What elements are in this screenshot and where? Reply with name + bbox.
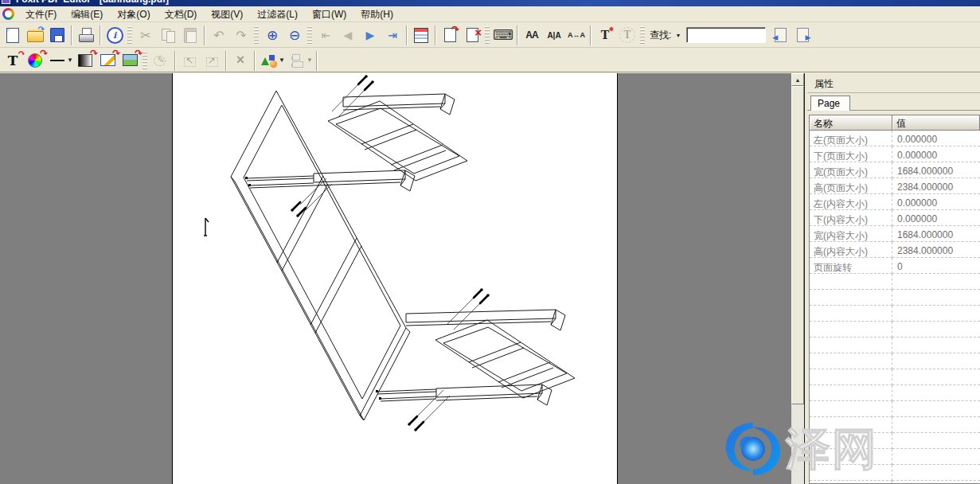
page-thumbnails-button[interactable] — [410, 25, 432, 46]
last-page-button[interactable]: ⇥ — [381, 25, 404, 46]
property-value[interactable]: 0.000000 — [892, 131, 980, 146]
delete-page-button[interactable] — [461, 25, 483, 46]
paste-button[interactable] — [179, 25, 201, 46]
insert-page-button[interactable] — [439, 25, 461, 46]
find-input[interactable] — [686, 27, 766, 43]
property-value[interactable]: 0.000000 — [892, 210, 980, 226]
copy-button[interactable] — [157, 25, 179, 46]
toolbar-separator — [316, 51, 318, 71]
menu-help[interactable]: 帮助(H) — [353, 7, 400, 22]
align-objects-dropdown[interactable]: ▼ — [306, 51, 314, 70]
column-header-value[interactable]: 值 — [892, 115, 980, 131]
property-name: 下(内容大小) — [810, 210, 892, 226]
delete-object-button[interactable]: × — [229, 49, 252, 71]
edit-image-object-button[interactable] — [96, 49, 119, 71]
property-row-empty — [810, 385, 980, 401]
column-header-name[interactable]: 名称 — [810, 115, 892, 131]
menu-object[interactable]: 对象(O) — [110, 7, 157, 22]
virtual-keyboard-button[interactable]: ⌨ — [492, 25, 514, 46]
last-page-icon: ⇥ — [383, 25, 402, 45]
tab-page[interactable]: Page — [810, 96, 850, 111]
document-info-button[interactable] — [103, 25, 126, 46]
menu-document[interactable]: 文档(D) — [158, 7, 205, 22]
previous-page-button[interactable]: ◀ — [337, 25, 359, 46]
rotate-object-left-button[interactable]: ↖ — [178, 49, 201, 71]
font-kerning-button[interactable]: A|A — [543, 25, 565, 46]
insert-text-button[interactable]: T — [594, 25, 616, 46]
property-value[interactable]: 0 — [892, 258, 980, 274]
add-image-object-icon — [120, 51, 139, 70]
toolbar-grip[interactable] — [254, 26, 259, 45]
property-value[interactable]: 2384.000000 — [892, 178, 980, 194]
edit-object-button[interactable]: ✎ — [150, 49, 172, 71]
property-row: 页面旋转0 — [810, 258, 980, 274]
align-objects-button[interactable] — [286, 49, 308, 71]
find-next-button[interactable] — [791, 25, 814, 46]
property-value[interactable]: 1684.000000 — [892, 226, 980, 242]
menu-edit[interactable]: 编辑(E) — [64, 7, 110, 22]
font-style-button[interactable]: AA — [521, 25, 543, 46]
redo-button[interactable]: ↷ — [230, 25, 252, 46]
open-file-button[interactable] — [24, 25, 46, 46]
property-value[interactable]: 1684.000000 — [892, 162, 980, 178]
add-shading-object-button[interactable] — [74, 49, 96, 71]
document-menu-icon[interactable] — [2, 8, 14, 20]
toolbar-grip[interactable] — [307, 26, 312, 45]
font-spacing-button[interactable]: A↔A — [565, 25, 588, 46]
save-file-button[interactable] — [46, 25, 68, 46]
zoom-out-button[interactable]: ⊖ — [283, 25, 306, 46]
zoom-in-button[interactable]: ⊕ — [261, 25, 283, 46]
vertical-scrollbar[interactable]: ▲ — [791, 73, 804, 484]
property-row-empty — [810, 306, 980, 322]
property-value[interactable]: 0.000000 — [892, 146, 980, 162]
menu-view[interactable]: 视图(V) — [204, 7, 250, 22]
property-name: 宽(页面大小) — [810, 162, 892, 178]
toolbar-grip[interactable] — [143, 52, 147, 71]
add-text-object-button[interactable]: T — [2, 49, 24, 71]
cut-button[interactable]: ✂ — [135, 25, 157, 46]
undo-button[interactable]: ↶ — [208, 25, 230, 46]
add-line-object-button[interactable] — [46, 49, 68, 71]
property-value[interactable]: 2384.000000 — [892, 242, 980, 258]
menu-file[interactable]: 文件(F) — [18, 7, 64, 22]
toolbar-grip[interactable] — [127, 26, 132, 45]
document-canvas[interactable] — [0, 73, 791, 484]
toolbar-grip[interactable] — [485, 26, 490, 45]
menu-filter[interactable]: 过滤器(L) — [250, 7, 305, 22]
scrollbar-thumb[interactable] — [791, 86, 804, 404]
add-color-object-button[interactable] — [24, 49, 46, 71]
application-window: Foxit PDF Editor - [danhuang.pdf] 文件(F)编… — [0, 0, 980, 484]
property-name: 高(页面大小) — [810, 178, 892, 194]
find-previous-button[interactable] — [769, 25, 791, 46]
redo-icon: ↷ — [232, 25, 251, 45]
print-button[interactable] — [75, 25, 97, 46]
find-previous-icon — [771, 25, 790, 45]
property-row-empty — [810, 353, 980, 369]
property-row: 宽(内容大小)1684.000000 — [810, 226, 980, 242]
toolbar-separator — [204, 25, 205, 45]
rotate-object-right-button[interactable]: ↗ — [201, 49, 223, 71]
property-row: 宽(页面大小)1684.000000 — [810, 162, 980, 178]
toolbar-separator — [174, 51, 176, 71]
pdf-page[interactable] — [172, 73, 618, 484]
text-orientation-button[interactable]: T — [616, 25, 638, 46]
align-objects-icon — [287, 51, 306, 70]
scroll-up-button[interactable]: ▲ — [791, 73, 804, 86]
add-shading-object-icon — [76, 51, 95, 70]
toolbar-grip[interactable] — [640, 26, 645, 45]
find-dropdown[interactable]: ▼ — [673, 28, 683, 42]
property-row-empty — [810, 338, 980, 353]
first-page-button[interactable]: ⇤ — [314, 25, 337, 46]
next-page-button[interactable]: ▶ — [359, 25, 381, 46]
property-row-empty — [810, 417, 980, 433]
add-line-object-dropdown[interactable]: ▼ — [66, 51, 74, 70]
property-name: 高(内容大小) — [810, 242, 892, 258]
property-value[interactable]: 0.000000 — [892, 194, 980, 210]
new-document-button[interactable] — [2, 25, 24, 46]
insert-shape-dropdown[interactable]: ▼ — [278, 51, 286, 70]
text-cursor — [204, 218, 209, 236]
find-label: 查找: — [650, 29, 671, 42]
insert-shape-button[interactable] — [258, 49, 280, 71]
add-image-object-button[interactable] — [119, 49, 141, 71]
menu-window[interactable]: 窗口(W) — [305, 7, 353, 22]
